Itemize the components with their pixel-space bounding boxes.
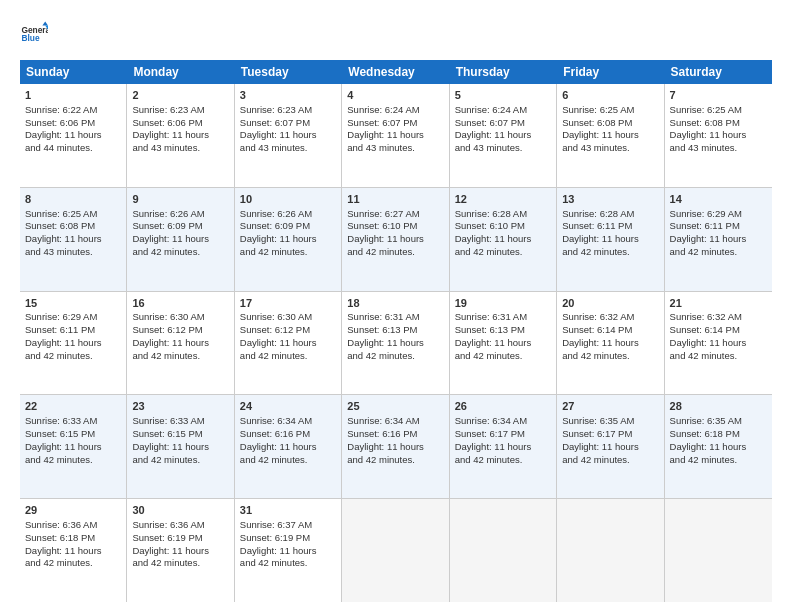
day-info-line: Sunrise: 6:23 AM — [240, 104, 312, 115]
day-info-line: and 44 minutes. — [25, 142, 93, 153]
calendar-cell: 3Sunrise: 6:23 AMSunset: 6:07 PMDaylight… — [235, 84, 342, 187]
day-info-line: Daylight: 11 hours — [455, 337, 532, 348]
day-info-line: and 42 minutes. — [25, 557, 93, 568]
day-info-line: Sunrise: 6:26 AM — [132, 208, 204, 219]
calendar-header: SundayMondayTuesdayWednesdayThursdayFrid… — [20, 60, 772, 84]
day-number: 30 — [132, 503, 228, 518]
day-info-line: Daylight: 11 hours — [562, 233, 639, 244]
day-info-line: and 42 minutes. — [562, 454, 630, 465]
calendar-cell — [450, 499, 557, 602]
day-number: 14 — [670, 192, 767, 207]
day-number: 12 — [455, 192, 551, 207]
day-info-line: and 42 minutes. — [132, 454, 200, 465]
day-number: 26 — [455, 399, 551, 414]
header: General Blue — [20, 20, 772, 48]
day-header-sunday: Sunday — [20, 60, 127, 84]
day-number: 2 — [132, 88, 228, 103]
calendar-cell: 26Sunrise: 6:34 AMSunset: 6:17 PMDayligh… — [450, 395, 557, 498]
calendar-row-5: 29Sunrise: 6:36 AMSunset: 6:18 PMDayligh… — [20, 499, 772, 602]
day-info-line: Daylight: 11 hours — [240, 233, 317, 244]
svg-marker-2 — [42, 21, 48, 25]
day-info-line: Daylight: 11 hours — [347, 441, 424, 452]
day-info-line: Sunset: 6:18 PM — [25, 532, 95, 543]
calendar-cell: 14Sunrise: 6:29 AMSunset: 6:11 PMDayligh… — [665, 188, 772, 291]
day-info-line: Sunset: 6:15 PM — [132, 428, 202, 439]
calendar-cell: 18Sunrise: 6:31 AMSunset: 6:13 PMDayligh… — [342, 292, 449, 395]
calendar-cell: 7Sunrise: 6:25 AMSunset: 6:08 PMDaylight… — [665, 84, 772, 187]
day-number: 9 — [132, 192, 228, 207]
calendar-cell: 10Sunrise: 6:26 AMSunset: 6:09 PMDayligh… — [235, 188, 342, 291]
calendar-cell: 4Sunrise: 6:24 AMSunset: 6:07 PMDaylight… — [342, 84, 449, 187]
day-info-line: Sunrise: 6:36 AM — [132, 519, 204, 530]
calendar-row-4: 22Sunrise: 6:33 AMSunset: 6:15 PMDayligh… — [20, 395, 772, 499]
day-info-line: Sunset: 6:14 PM — [670, 324, 740, 335]
day-info-line: Sunrise: 6:27 AM — [347, 208, 419, 219]
day-number: 23 — [132, 399, 228, 414]
day-info-line: and 42 minutes. — [347, 246, 415, 257]
day-info-line: and 42 minutes. — [455, 350, 523, 361]
day-info-line: and 42 minutes. — [132, 246, 200, 257]
day-info-line: and 43 minutes. — [25, 246, 93, 257]
day-info-line: Sunrise: 6:25 AM — [670, 104, 742, 115]
day-info-line: Sunset: 6:08 PM — [25, 220, 95, 231]
day-number: 15 — [25, 296, 121, 311]
day-info-line: and 43 minutes. — [670, 142, 738, 153]
day-info-line: Daylight: 11 hours — [670, 129, 747, 140]
calendar-cell: 15Sunrise: 6:29 AMSunset: 6:11 PMDayligh… — [20, 292, 127, 395]
day-number: 1 — [25, 88, 121, 103]
day-number: 24 — [240, 399, 336, 414]
day-number: 16 — [132, 296, 228, 311]
calendar-cell: 2Sunrise: 6:23 AMSunset: 6:06 PMDaylight… — [127, 84, 234, 187]
day-info-line: and 42 minutes. — [670, 454, 738, 465]
day-info-line: Sunrise: 6:25 AM — [562, 104, 634, 115]
day-info-line: Sunset: 6:06 PM — [132, 117, 202, 128]
calendar-cell: 29Sunrise: 6:36 AMSunset: 6:18 PMDayligh… — [20, 499, 127, 602]
day-number: 29 — [25, 503, 121, 518]
day-info-line: Daylight: 11 hours — [455, 441, 532, 452]
day-info-line: Daylight: 11 hours — [455, 233, 532, 244]
day-header-friday: Friday — [557, 60, 664, 84]
calendar-row-2: 8Sunrise: 6:25 AMSunset: 6:08 PMDaylight… — [20, 188, 772, 292]
day-number: 18 — [347, 296, 443, 311]
day-info-line: Sunset: 6:07 PM — [347, 117, 417, 128]
calendar-cell: 12Sunrise: 6:28 AMSunset: 6:10 PMDayligh… — [450, 188, 557, 291]
day-info-line: Sunrise: 6:35 AM — [562, 415, 634, 426]
day-header-tuesday: Tuesday — [235, 60, 342, 84]
day-number: 11 — [347, 192, 443, 207]
day-info-line: Sunset: 6:16 PM — [240, 428, 310, 439]
day-number: 7 — [670, 88, 767, 103]
calendar-cell: 11Sunrise: 6:27 AMSunset: 6:10 PMDayligh… — [342, 188, 449, 291]
day-info-line: Sunrise: 6:29 AM — [25, 311, 97, 322]
day-info-line: Daylight: 11 hours — [347, 129, 424, 140]
calendar-cell: 8Sunrise: 6:25 AMSunset: 6:08 PMDaylight… — [20, 188, 127, 291]
day-number: 28 — [670, 399, 767, 414]
day-info-line: Sunrise: 6:31 AM — [455, 311, 527, 322]
day-info-line: Daylight: 11 hours — [25, 337, 102, 348]
day-info-line: Daylight: 11 hours — [240, 441, 317, 452]
day-number: 8 — [25, 192, 121, 207]
day-info-line: and 43 minutes. — [132, 142, 200, 153]
day-info-line: Daylight: 11 hours — [562, 337, 639, 348]
day-info-line: and 42 minutes. — [240, 350, 308, 361]
calendar-cell: 30Sunrise: 6:36 AMSunset: 6:19 PMDayligh… — [127, 499, 234, 602]
day-header-saturday: Saturday — [665, 60, 772, 84]
day-info-line: and 42 minutes. — [132, 350, 200, 361]
day-info-line: Sunset: 6:09 PM — [132, 220, 202, 231]
day-header-monday: Monday — [127, 60, 234, 84]
calendar-cell: 21Sunrise: 6:32 AMSunset: 6:14 PMDayligh… — [665, 292, 772, 395]
day-info-line: and 42 minutes. — [455, 454, 523, 465]
day-info-line: Sunrise: 6:33 AM — [25, 415, 97, 426]
day-info-line: Daylight: 11 hours — [132, 337, 209, 348]
day-info-line: Sunrise: 6:24 AM — [455, 104, 527, 115]
day-info-line: Sunrise: 6:26 AM — [240, 208, 312, 219]
calendar-cell — [665, 499, 772, 602]
day-info-line: Sunrise: 6:28 AM — [562, 208, 634, 219]
logo: General Blue — [20, 20, 48, 48]
day-info-line: and 42 minutes. — [562, 246, 630, 257]
day-info-line: and 42 minutes. — [132, 557, 200, 568]
day-info-line: Sunset: 6:06 PM — [25, 117, 95, 128]
day-info-line: Sunset: 6:17 PM — [562, 428, 632, 439]
svg-text:Blue: Blue — [21, 33, 39, 43]
day-info-line: Sunrise: 6:37 AM — [240, 519, 312, 530]
calendar-cell: 31Sunrise: 6:37 AMSunset: 6:19 PMDayligh… — [235, 499, 342, 602]
